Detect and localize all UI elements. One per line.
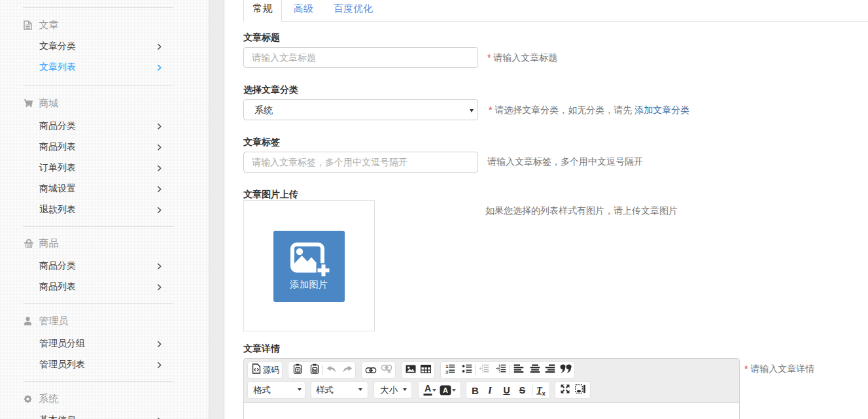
svg-text:2: 2 (445, 369, 449, 374)
svg-text:1: 1 (445, 364, 449, 369)
